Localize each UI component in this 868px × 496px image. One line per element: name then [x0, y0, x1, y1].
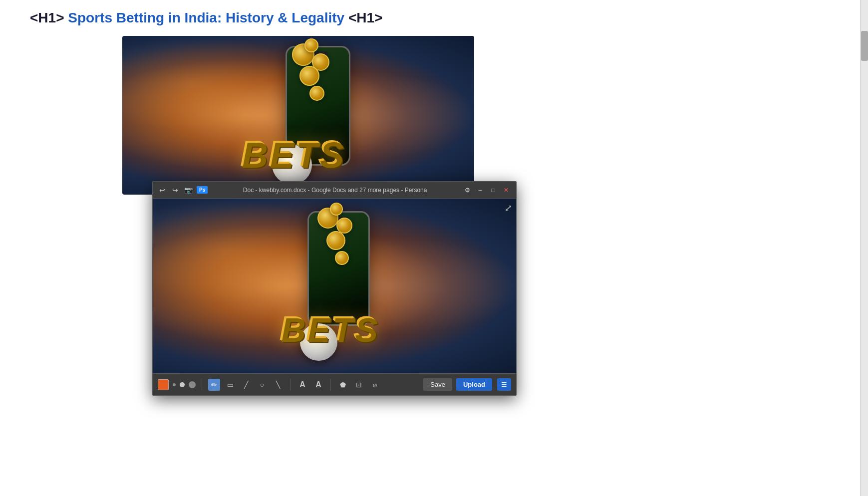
- rect-tool[interactable]: ▭: [224, 379, 236, 391]
- undo-button[interactable]: ↩: [158, 186, 167, 195]
- main-content: <H1> Sports Betting in India: History & …: [0, 0, 868, 205]
- heading-line: <H1> Sports Betting in India: History & …: [30, 10, 838, 26]
- separator-3: [330, 379, 331, 391]
- eyedropper-tool[interactable]: ⌀: [369, 379, 381, 391]
- crop-tool[interactable]: ⊡: [353, 379, 365, 391]
- floating-coin-5: [335, 251, 349, 265]
- floating-coin-3: [330, 203, 343, 216]
- color-swatch-tool[interactable]: [158, 379, 169, 390]
- page-scrollbar[interactable]: [860, 0, 868, 496]
- text-bg-tool[interactable]: A: [312, 379, 324, 391]
- settings-button[interactable]: ⚙: [462, 185, 472, 195]
- redo-button[interactable]: ↪: [171, 186, 180, 195]
- top-image: BETS: [122, 36, 474, 195]
- floating-window: ↩ ↪ 📷 Ps Doc - kwebby.com.docx - Google …: [152, 181, 517, 396]
- pen-tool[interactable]: ✏: [208, 379, 220, 391]
- tag-close: <H1>: [348, 10, 383, 25]
- save-button[interactable]: Save: [423, 378, 452, 391]
- floating-bets-text: BETS: [280, 309, 378, 348]
- line-tool[interactable]: ╱: [240, 379, 252, 391]
- floating-coin-4: [326, 231, 345, 250]
- separator-1: [202, 379, 202, 391]
- page-title: Sports Betting in India: History & Legal…: [68, 10, 344, 25]
- coin-5: [309, 86, 324, 101]
- page-container: <H1> Sports Betting in India: History & …: [0, 0, 868, 496]
- expand-icon[interactable]: ⤢: [505, 203, 512, 214]
- coin-4: [299, 66, 319, 86]
- separator-2: [290, 379, 290, 391]
- floating-toolbar: ✏ ▭ ╱ ○ ╲ A A ⬟ ⊡ ⌀ Save Upload ☰: [153, 373, 516, 395]
- size-dot-medium[interactable]: [180, 382, 185, 387]
- size-dot-small[interactable]: [173, 383, 176, 386]
- titlebar-controls: ⚙ – □ ✕: [462, 185, 511, 195]
- scrollbar-thumb[interactable]: [861, 31, 868, 61]
- titlebar-left: ↩ ↪ 📷 Ps: [158, 186, 208, 195]
- screenshot-button[interactable]: 📷: [184, 186, 193, 195]
- floating-image-content: BETS Drag me ⤢: [153, 199, 516, 373]
- text-tool[interactable]: A: [296, 379, 308, 391]
- minimize-button[interactable]: –: [475, 185, 485, 195]
- menu-button[interactable]: ☰: [497, 378, 511, 391]
- size-dot-large[interactable]: [189, 381, 196, 388]
- coin-3: [304, 38, 318, 52]
- fill-tool[interactable]: ⬟: [337, 379, 349, 391]
- ellipse-tool[interactable]: ○: [256, 379, 268, 391]
- maximize-button[interactable]: □: [488, 185, 498, 195]
- titlebar-title: Doc - kwebby.com.docx - Google Docs and …: [208, 187, 462, 194]
- upload-button[interactable]: Upload: [456, 378, 492, 391]
- ps-badge: Ps: [197, 186, 208, 194]
- close-button[interactable]: ✕: [501, 185, 511, 195]
- eraser-tool[interactable]: ╲: [272, 379, 284, 391]
- tag-open: <H1>: [30, 10, 64, 25]
- bets-text: BETS: [241, 134, 345, 175]
- titlebar: ↩ ↪ 📷 Ps Doc - kwebby.com.docx - Google …: [153, 182, 516, 199]
